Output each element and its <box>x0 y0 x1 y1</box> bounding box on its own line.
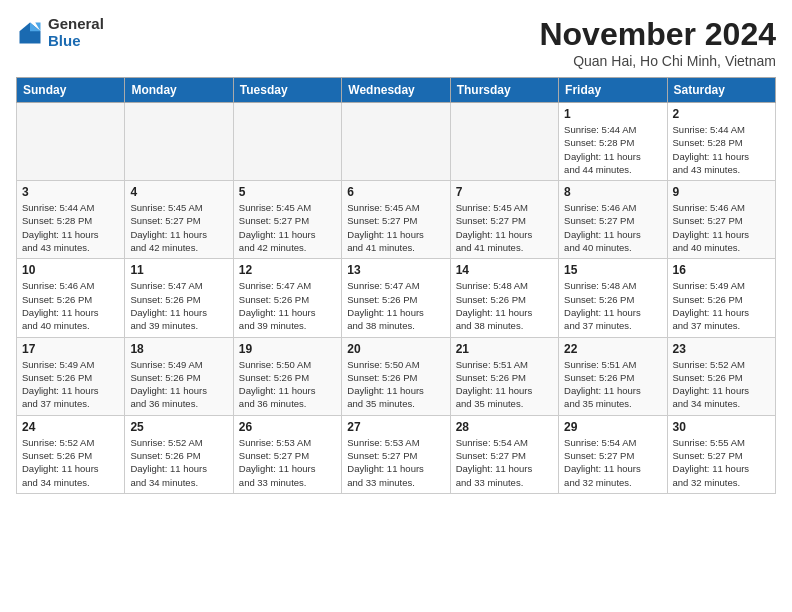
day-number: 21 <box>456 342 553 356</box>
day-number: 6 <box>347 185 444 199</box>
day-number: 25 <box>130 420 227 434</box>
day-number: 24 <box>22 420 119 434</box>
day-number: 19 <box>239 342 336 356</box>
day-detail: Sunrise: 5:54 AM Sunset: 5:27 PM Dayligh… <box>456 436 553 489</box>
day-number: 26 <box>239 420 336 434</box>
calendar-cell <box>450 103 558 181</box>
day-detail: Sunrise: 5:47 AM Sunset: 5:26 PM Dayligh… <box>347 279 444 332</box>
calendar-cell: 21Sunrise: 5:51 AM Sunset: 5:26 PM Dayli… <box>450 337 558 415</box>
calendar-cell: 30Sunrise: 5:55 AM Sunset: 5:27 PM Dayli… <box>667 415 775 493</box>
calendar-cell: 4Sunrise: 5:45 AM Sunset: 5:27 PM Daylig… <box>125 181 233 259</box>
calendar-week-row: 17Sunrise: 5:49 AM Sunset: 5:26 PM Dayli… <box>17 337 776 415</box>
day-number: 1 <box>564 107 661 121</box>
day-detail: Sunrise: 5:47 AM Sunset: 5:26 PM Dayligh… <box>239 279 336 332</box>
calendar-cell: 12Sunrise: 5:47 AM Sunset: 5:26 PM Dayli… <box>233 259 341 337</box>
calendar-cell: 10Sunrise: 5:46 AM Sunset: 5:26 PM Dayli… <box>17 259 125 337</box>
day-detail: Sunrise: 5:44 AM Sunset: 5:28 PM Dayligh… <box>673 123 770 176</box>
day-number: 29 <box>564 420 661 434</box>
calendar-cell: 19Sunrise: 5:50 AM Sunset: 5:26 PM Dayli… <box>233 337 341 415</box>
calendar-header-thursday: Thursday <box>450 78 558 103</box>
calendar-cell <box>342 103 450 181</box>
day-number: 23 <box>673 342 770 356</box>
month-title: November 2024 <box>539 16 776 53</box>
calendar-cell: 23Sunrise: 5:52 AM Sunset: 5:26 PM Dayli… <box>667 337 775 415</box>
logo-text: General Blue <box>48 16 104 49</box>
day-detail: Sunrise: 5:52 AM Sunset: 5:26 PM Dayligh… <box>22 436 119 489</box>
calendar-cell: 7Sunrise: 5:45 AM Sunset: 5:27 PM Daylig… <box>450 181 558 259</box>
calendar-cell: 1Sunrise: 5:44 AM Sunset: 5:28 PM Daylig… <box>559 103 667 181</box>
calendar-cell <box>17 103 125 181</box>
page-header: General Blue November 2024 Quan Hai, Ho … <box>16 16 776 69</box>
day-number: 10 <box>22 263 119 277</box>
calendar-header-friday: Friday <box>559 78 667 103</box>
calendar-cell: 20Sunrise: 5:50 AM Sunset: 5:26 PM Dayli… <box>342 337 450 415</box>
calendar-cell: 6Sunrise: 5:45 AM Sunset: 5:27 PM Daylig… <box>342 181 450 259</box>
calendar-header-row: SundayMondayTuesdayWednesdayThursdayFrid… <box>17 78 776 103</box>
location-text: Quan Hai, Ho Chi Minh, Vietnam <box>539 53 776 69</box>
day-detail: Sunrise: 5:53 AM Sunset: 5:27 PM Dayligh… <box>347 436 444 489</box>
calendar-cell: 9Sunrise: 5:46 AM Sunset: 5:27 PM Daylig… <box>667 181 775 259</box>
calendar-cell <box>233 103 341 181</box>
logo-blue-text: Blue <box>48 33 104 50</box>
day-detail: Sunrise: 5:46 AM Sunset: 5:27 PM Dayligh… <box>564 201 661 254</box>
calendar-cell: 25Sunrise: 5:52 AM Sunset: 5:26 PM Dayli… <box>125 415 233 493</box>
calendar-week-row: 24Sunrise: 5:52 AM Sunset: 5:26 PM Dayli… <box>17 415 776 493</box>
day-detail: Sunrise: 5:53 AM Sunset: 5:27 PM Dayligh… <box>239 436 336 489</box>
calendar-table: SundayMondayTuesdayWednesdayThursdayFrid… <box>16 77 776 494</box>
day-number: 8 <box>564 185 661 199</box>
calendar-cell: 2Sunrise: 5:44 AM Sunset: 5:28 PM Daylig… <box>667 103 775 181</box>
day-number: 30 <box>673 420 770 434</box>
calendar-cell: 24Sunrise: 5:52 AM Sunset: 5:26 PM Dayli… <box>17 415 125 493</box>
day-number: 12 <box>239 263 336 277</box>
calendar-cell: 28Sunrise: 5:54 AM Sunset: 5:27 PM Dayli… <box>450 415 558 493</box>
calendar-cell: 18Sunrise: 5:49 AM Sunset: 5:26 PM Dayli… <box>125 337 233 415</box>
day-number: 3 <box>22 185 119 199</box>
day-detail: Sunrise: 5:45 AM Sunset: 5:27 PM Dayligh… <box>130 201 227 254</box>
day-detail: Sunrise: 5:45 AM Sunset: 5:27 PM Dayligh… <box>456 201 553 254</box>
day-number: 28 <box>456 420 553 434</box>
calendar-week-row: 1Sunrise: 5:44 AM Sunset: 5:28 PM Daylig… <box>17 103 776 181</box>
calendar-week-row: 10Sunrise: 5:46 AM Sunset: 5:26 PM Dayli… <box>17 259 776 337</box>
day-detail: Sunrise: 5:48 AM Sunset: 5:26 PM Dayligh… <box>456 279 553 332</box>
title-block: November 2024 Quan Hai, Ho Chi Minh, Vie… <box>539 16 776 69</box>
logo-icon <box>16 19 44 47</box>
calendar-cell: 15Sunrise: 5:48 AM Sunset: 5:26 PM Dayli… <box>559 259 667 337</box>
calendar-cell: 29Sunrise: 5:54 AM Sunset: 5:27 PM Dayli… <box>559 415 667 493</box>
calendar-header-tuesday: Tuesday <box>233 78 341 103</box>
calendar-cell: 8Sunrise: 5:46 AM Sunset: 5:27 PM Daylig… <box>559 181 667 259</box>
day-number: 14 <box>456 263 553 277</box>
calendar-cell: 17Sunrise: 5:49 AM Sunset: 5:26 PM Dayli… <box>17 337 125 415</box>
calendar-cell: 27Sunrise: 5:53 AM Sunset: 5:27 PM Dayli… <box>342 415 450 493</box>
day-detail: Sunrise: 5:55 AM Sunset: 5:27 PM Dayligh… <box>673 436 770 489</box>
day-detail: Sunrise: 5:46 AM Sunset: 5:26 PM Dayligh… <box>22 279 119 332</box>
calendar-header-wednesday: Wednesday <box>342 78 450 103</box>
calendar-header-sunday: Sunday <box>17 78 125 103</box>
day-number: 9 <box>673 185 770 199</box>
calendar-cell <box>125 103 233 181</box>
day-detail: Sunrise: 5:47 AM Sunset: 5:26 PM Dayligh… <box>130 279 227 332</box>
logo-general-text: General <box>48 16 104 33</box>
day-detail: Sunrise: 5:44 AM Sunset: 5:28 PM Dayligh… <box>564 123 661 176</box>
day-detail: Sunrise: 5:52 AM Sunset: 5:26 PM Dayligh… <box>130 436 227 489</box>
day-detail: Sunrise: 5:51 AM Sunset: 5:26 PM Dayligh… <box>564 358 661 411</box>
calendar-week-row: 3Sunrise: 5:44 AM Sunset: 5:28 PM Daylig… <box>17 181 776 259</box>
day-detail: Sunrise: 5:52 AM Sunset: 5:26 PM Dayligh… <box>673 358 770 411</box>
calendar-cell: 11Sunrise: 5:47 AM Sunset: 5:26 PM Dayli… <box>125 259 233 337</box>
day-detail: Sunrise: 5:54 AM Sunset: 5:27 PM Dayligh… <box>564 436 661 489</box>
day-number: 4 <box>130 185 227 199</box>
day-number: 22 <box>564 342 661 356</box>
day-detail: Sunrise: 5:45 AM Sunset: 5:27 PM Dayligh… <box>239 201 336 254</box>
day-detail: Sunrise: 5:44 AM Sunset: 5:28 PM Dayligh… <box>22 201 119 254</box>
day-number: 16 <box>673 263 770 277</box>
day-number: 7 <box>456 185 553 199</box>
day-number: 11 <box>130 263 227 277</box>
calendar-cell: 14Sunrise: 5:48 AM Sunset: 5:26 PM Dayli… <box>450 259 558 337</box>
day-detail: Sunrise: 5:49 AM Sunset: 5:26 PM Dayligh… <box>22 358 119 411</box>
day-detail: Sunrise: 5:51 AM Sunset: 5:26 PM Dayligh… <box>456 358 553 411</box>
calendar-header-monday: Monday <box>125 78 233 103</box>
logo: General Blue <box>16 16 104 49</box>
calendar-cell: 22Sunrise: 5:51 AM Sunset: 5:26 PM Dayli… <box>559 337 667 415</box>
calendar-header-saturday: Saturday <box>667 78 775 103</box>
day-detail: Sunrise: 5:49 AM Sunset: 5:26 PM Dayligh… <box>673 279 770 332</box>
day-number: 15 <box>564 263 661 277</box>
